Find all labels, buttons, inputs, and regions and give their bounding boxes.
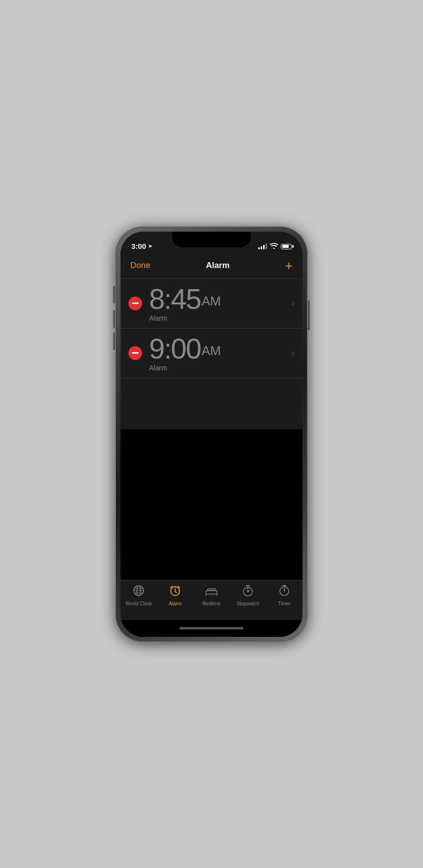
bedtime-tab-label: Bedtime [203, 601, 221, 606]
svg-line-14 [217, 594, 217, 596]
alarm-list: 8:45AM Alarm › 9:00AM Alarm [121, 279, 302, 429]
tab-alarm[interactable]: Alarm [160, 584, 190, 606]
delete-icon [132, 352, 139, 354]
tab-world-clock[interactable]: World Clock [124, 584, 153, 606]
alarm-item-1[interactable]: 8:45AM Alarm › [121, 279, 302, 329]
svg-line-7 [175, 592, 177, 593]
empty-content-area [121, 429, 302, 580]
alarm-item-2[interactable]: 9:00AM Alarm › [121, 329, 302, 378]
timer-tab-label: Timer [278, 601, 290, 606]
delete-alarm-1-button[interactable] [128, 297, 142, 310]
alarm-1-chevron-icon: › [292, 298, 295, 308]
bedtime-icon [205, 584, 218, 599]
timer-icon [278, 584, 291, 599]
phone-screen: 3:00 ➤ [121, 232, 302, 637]
delete-icon [132, 302, 139, 304]
wifi-icon [270, 243, 278, 250]
alarm-2-label: Alarm [149, 364, 287, 372]
delete-alarm-2-button[interactable] [128, 346, 142, 360]
world-clock-label: World Clock [125, 601, 152, 606]
alarm-1-label: Alarm [149, 314, 287, 322]
battery-icon [281, 244, 292, 249]
status-time: 3:00 [131, 242, 146, 250]
svg-line-13 [206, 594, 206, 596]
done-button[interactable]: Done [130, 261, 151, 270]
alarm-tab-label: Alarm [169, 601, 181, 606]
status-right [258, 243, 292, 250]
alarm-1-time: 8:45AM [149, 285, 287, 313]
add-alarm-button[interactable]: + [285, 259, 293, 272]
stopwatch-icon [242, 584, 254, 599]
status-left: 3:00 ➤ [131, 242, 152, 250]
notch [172, 232, 251, 247]
nav-bar: Done Alarm + [121, 253, 302, 279]
world-clock-icon [132, 584, 145, 599]
stopwatch-tab-label: Stopwatch [237, 601, 260, 606]
app-content: Done Alarm + 8:45AM Alarm [121, 253, 302, 637]
alarm-tab-icon [169, 584, 181, 599]
alarm-2-time: 9:00AM [149, 334, 287, 363]
tab-stopwatch[interactable]: Stopwatch [233, 584, 263, 606]
page-title: Alarm [206, 261, 230, 270]
svg-rect-12 [212, 589, 215, 591]
alarm-2-info: 9:00AM Alarm [149, 334, 287, 372]
alarm-1-info: 8:45AM Alarm [149, 285, 287, 322]
signal-bars-icon [258, 243, 267, 249]
tab-timer[interactable]: Timer [270, 584, 299, 606]
tab-bar: World Clock Alarm [121, 580, 302, 620]
svg-point-20 [247, 591, 249, 592]
svg-rect-11 [208, 589, 211, 591]
location-arrow-icon: ➤ [148, 243, 152, 249]
svg-rect-10 [206, 591, 217, 594]
tab-bedtime[interactable]: Bedtime [197, 584, 226, 606]
alarm-2-chevron-icon: › [292, 348, 295, 358]
home-bar [180, 627, 243, 629]
home-indicator [121, 620, 302, 637]
phone-frame: 3:00 ➤ [116, 227, 307, 642]
